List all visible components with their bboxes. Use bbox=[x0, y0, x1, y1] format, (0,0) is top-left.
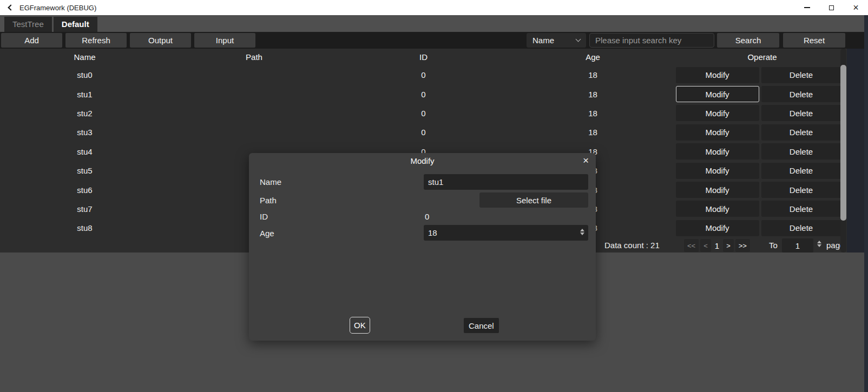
cell-operate: Modify Delete bbox=[674, 201, 843, 217]
modify-button[interactable]: Modify bbox=[676, 201, 759, 217]
column-header-path: Path bbox=[169, 52, 339, 62]
scrollbar-thumb[interactable] bbox=[840, 65, 846, 221]
cell-name: stu4 bbox=[0, 147, 169, 156]
table-row: stu1 0 18 Modify Delete bbox=[0, 84, 847, 103]
cell-name: stu3 bbox=[0, 128, 169, 137]
age-label: Age bbox=[260, 229, 274, 238]
delete-button[interactable]: Delete bbox=[761, 163, 841, 179]
titlebar: EGFramework (DEBUG) × bbox=[0, 0, 868, 15]
age-input[interactable] bbox=[424, 225, 588, 241]
cell-operate: Modify Delete bbox=[674, 124, 843, 141]
name-input[interactable] bbox=[424, 174, 588, 190]
refresh-button[interactable]: Refresh bbox=[65, 33, 127, 48]
cell-name: stu5 bbox=[0, 166, 169, 175]
background-window-strip bbox=[847, 49, 864, 253]
toolbar-left-group: Add Refresh Output Input bbox=[1, 33, 255, 48]
input-button[interactable]: Input bbox=[194, 33, 255, 48]
cell-id: 0 bbox=[339, 70, 508, 79]
dialog-close-icon[interactable]: × bbox=[583, 154, 589, 167]
cell-id: 0 bbox=[339, 109, 508, 118]
tab-default[interactable]: Default bbox=[54, 17, 97, 32]
delete-button[interactable]: Delete bbox=[761, 67, 841, 83]
chevron-down-icon bbox=[576, 37, 581, 42]
delete-button[interactable]: Delete bbox=[761, 124, 841, 141]
modify-dialog: Modify × Name Path Select file ID 0 Age … bbox=[249, 153, 596, 341]
window-title: EGFramework (DEBUG) bbox=[19, 4, 96, 12]
modify-button[interactable]: Modify bbox=[676, 67, 759, 83]
modify-button[interactable]: Modify bbox=[676, 220, 759, 236]
minimize-button[interactable] bbox=[795, 0, 819, 15]
column-header-name: Name bbox=[0, 52, 169, 62]
table-header: Name Path ID Age Operate bbox=[0, 49, 847, 65]
cell-name: stu2 bbox=[0, 109, 169, 118]
cell-age: 18 bbox=[508, 70, 678, 79]
maximize-button[interactable] bbox=[819, 0, 844, 15]
close-icon: × bbox=[853, 3, 859, 12]
filter-dropdown[interactable]: Name bbox=[527, 33, 586, 48]
page-number-input[interactable] bbox=[782, 238, 813, 253]
next-page-button[interactable]: > bbox=[723, 239, 734, 252]
delete-button[interactable]: Delete bbox=[761, 201, 841, 217]
add-button[interactable]: Add bbox=[1, 33, 62, 48]
cell-operate: Modify Delete bbox=[674, 67, 843, 83]
cell-age: 18 bbox=[508, 90, 678, 99]
id-label: ID bbox=[260, 212, 268, 221]
tab-testtree[interactable]: TestTree bbox=[4, 17, 52, 32]
select-file-button[interactable]: Select file bbox=[479, 192, 588, 208]
table-row: stu2 0 18 Modify Delete bbox=[0, 104, 847, 123]
back-icon[interactable] bbox=[6, 3, 15, 12]
id-value: 0 bbox=[425, 212, 429, 221]
maximize-icon bbox=[829, 5, 834, 10]
path-label: Path bbox=[260, 196, 277, 205]
reset-button[interactable]: Reset bbox=[783, 33, 845, 48]
column-header-id: ID bbox=[339, 52, 508, 62]
last-page-button[interactable]: >> bbox=[735, 239, 750, 252]
cell-operate: Modify Delete bbox=[674, 105, 843, 121]
table-row: stu0 0 18 Modify Delete bbox=[0, 65, 847, 84]
ok-button[interactable]: OK bbox=[350, 317, 370, 334]
search-button[interactable]: Search bbox=[717, 33, 779, 48]
toolbar: Add Refresh Output Input Name Search Res… bbox=[0, 32, 864, 49]
cell-operate: Modify Delete bbox=[674, 220, 843, 236]
modify-button[interactable]: Modify bbox=[676, 105, 759, 121]
delete-button[interactable]: Delete bbox=[761, 182, 841, 198]
column-header-operate: Operate bbox=[678, 52, 847, 62]
minimize-icon bbox=[804, 7, 810, 8]
pager-group: << < 1 > >> bbox=[684, 239, 750, 252]
cell-operate: Modify Delete bbox=[674, 86, 843, 102]
cell-name: stu8 bbox=[0, 223, 169, 232]
cell-name: stu1 bbox=[0, 90, 169, 99]
age-spinner-icon[interactable] bbox=[580, 229, 584, 235]
first-page-button[interactable]: << bbox=[684, 239, 699, 252]
cell-operate: Modify Delete bbox=[674, 143, 843, 160]
window-controls: × bbox=[795, 0, 868, 15]
tab-bar: TestTree Default bbox=[0, 15, 864, 32]
modify-button[interactable]: Modify bbox=[676, 143, 759, 160]
page-spinner-icon[interactable] bbox=[817, 241, 821, 247]
age-spinbox[interactable] bbox=[424, 225, 588, 241]
column-header-age: Age bbox=[508, 52, 678, 62]
chevron-left-icon bbox=[8, 4, 14, 10]
goto-page-label: To bbox=[769, 238, 778, 253]
cell-id: 0 bbox=[339, 90, 508, 99]
output-button[interactable]: Output bbox=[130, 33, 191, 48]
cell-operate: Modify Delete bbox=[674, 163, 843, 179]
modify-button[interactable]: Modify bbox=[676, 86, 759, 102]
prev-page-button[interactable]: < bbox=[700, 239, 711, 252]
close-button[interactable]: × bbox=[844, 0, 868, 15]
modify-button[interactable]: Modify bbox=[676, 182, 759, 198]
cell-age: 18 bbox=[508, 109, 678, 118]
delete-button[interactable]: Delete bbox=[761, 143, 841, 160]
modify-button[interactable]: Modify bbox=[676, 124, 759, 141]
name-label: Name bbox=[260, 177, 281, 187]
data-count-label: Data count : 21 bbox=[604, 238, 660, 253]
delete-button[interactable]: Delete bbox=[761, 86, 841, 102]
scrollbar-track[interactable] bbox=[840, 49, 846, 253]
modify-button[interactable]: Modify bbox=[676, 163, 759, 179]
cancel-button[interactable]: Cancel bbox=[464, 318, 499, 333]
delete-button[interactable]: Delete bbox=[761, 220, 841, 236]
delete-button[interactable]: Delete bbox=[761, 105, 841, 121]
search-input[interactable] bbox=[589, 33, 714, 48]
dialog-title: Modify bbox=[249, 156, 596, 165]
screen-edge-strip bbox=[864, 15, 868, 392]
